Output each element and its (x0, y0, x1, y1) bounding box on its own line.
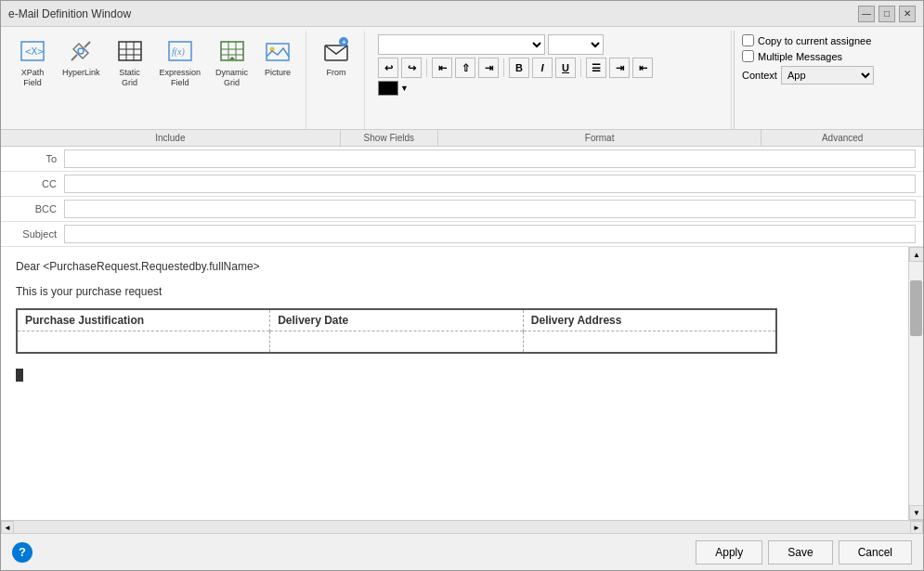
vertical-scrollbar[interactable]: ▲ ▼ (908, 247, 923, 520)
font-size-select[interactable] (548, 34, 604, 55)
subject-label: Subject (8, 228, 64, 240)
apply-button[interactable]: Apply (696, 540, 762, 565)
email-form: To CC BCC Subject Dear <PurchaseRequest.… (1, 147, 923, 533)
hyperlink-button[interactable]: HyperLink (57, 32, 106, 82)
bcc-input[interactable] (64, 200, 916, 218)
context-row: Context App User System (742, 66, 912, 84)
copy-to-assignee-label: Copy to current assignee (758, 35, 871, 46)
dynamic-grid-button[interactable]: DynamicGrid (210, 32, 254, 92)
grid-cell-3 (523, 331, 776, 354)
dynamic-grid-icon (217, 36, 247, 66)
scroll-track[interactable] (909, 262, 923, 520)
outdent-button[interactable]: ⇤ (632, 58, 653, 78)
grid-header-date: Delivery Date (270, 309, 524, 331)
bullets-button[interactable]: ☰ (586, 58, 606, 78)
xpath-field-icon: <X> (18, 36, 47, 66)
xpath-field-button[interactable]: <X> XPathField (12, 32, 53, 92)
subject-input[interactable] (64, 225, 916, 243)
cc-row: CC (1, 172, 923, 197)
align-left-button[interactable]: ⇤ (432, 58, 452, 78)
cancel-button[interactable]: Cancel (839, 540, 912, 565)
separator-2 (503, 58, 504, 77)
picture-icon (263, 36, 293, 66)
multiple-messages-checkbox[interactable] (742, 50, 754, 62)
color-box (378, 81, 398, 96)
include-items: <X> XPathField (12, 31, 298, 129)
scroll-right-button[interactable]: ► (910, 521, 923, 533)
format-row-3: ▼ (378, 81, 720, 96)
to-row: To (1, 147, 923, 172)
color-dropdown-arrow[interactable]: ▼ (400, 84, 409, 93)
ribbon-bottom: Include Show Fields Format Advanced (1, 129, 923, 146)
separator-3 (580, 58, 581, 77)
svg-text:+: + (342, 38, 346, 46)
advanced-section-label: Advanced (761, 130, 923, 146)
cc-label: CC (8, 178, 64, 189)
window-title: e-Mail Definition Window (8, 7, 131, 20)
expression-field-label: ExpressionField (160, 68, 202, 88)
cc-input[interactable] (64, 175, 916, 193)
format-row-2: ↩ ↪ ⇤ ⇧ ⇥ B I U ☰ ⇥ ⇤ (378, 58, 720, 78)
svg-text:<X>: <X> (25, 45, 44, 58)
scroll-down-button[interactable]: ▼ (909, 505, 923, 520)
svg-text:f(x): f(x) (172, 46, 186, 58)
expression-field-button[interactable]: f(x) ExpressionField (154, 32, 207, 92)
ribbon-toolbar: <X> XPathField (1, 27, 923, 129)
grid-header-address: Delivery Address (523, 309, 776, 331)
save-button[interactable]: Save (768, 540, 832, 565)
bold-button[interactable]: B (509, 58, 529, 78)
minimize-button[interactable]: — (858, 6, 875, 22)
italic-button[interactable]: I (532, 58, 553, 78)
multiple-messages-label: Multiple Messages (758, 51, 842, 62)
grid-header-justification: Purchase Justification (17, 309, 270, 331)
bcc-label: BCC (8, 203, 64, 214)
align-center-button[interactable]: ⇧ (455, 58, 475, 78)
to-label: To (8, 153, 64, 164)
underline-button[interactable]: U (555, 58, 576, 78)
svg-rect-3 (119, 42, 141, 60)
horizontal-scroll-track[interactable] (14, 521, 910, 533)
from-button[interactable]: + From (316, 32, 357, 82)
text-cursor (16, 369, 23, 382)
redo-button[interactable]: ↪ (401, 58, 422, 78)
hyperlink-icon (66, 36, 96, 66)
include-group: <X> XPathField (5, 31, 306, 129)
ribbon: <X> XPathField (1, 27, 923, 147)
show-fields-section-label: Show Fields (341, 130, 438, 146)
bottom-bar: ? Apply Save Cancel (1, 533, 923, 570)
scroll-left-button[interactable]: ◄ (1, 521, 14, 533)
scroll-up-button[interactable]: ▲ (909, 247, 923, 262)
svg-point-2 (78, 48, 84, 54)
picture-label: Picture (265, 68, 291, 78)
indent-button[interactable]: ⇥ (609, 58, 630, 78)
request-text: This is your purchase request (16, 283, 901, 301)
grid-header-row: Purchase Justification Delivery Date Del… (17, 309, 776, 331)
context-select[interactable]: App User System (781, 66, 874, 84)
format-section-label: Format (438, 130, 761, 146)
from-icon: + (321, 36, 351, 66)
bottom-actions: Apply Save Cancel (696, 540, 912, 565)
help-button[interactable]: ? (12, 542, 33, 563)
to-input[interactable] (64, 149, 916, 168)
subject-row: Subject (1, 222, 923, 247)
undo-button[interactable]: ↩ (378, 58, 398, 78)
maximize-button[interactable]: □ (878, 6, 895, 22)
static-grid-label: StaticGrid (119, 68, 140, 88)
static-grid-button[interactable]: StaticGrid (110, 32, 150, 92)
separator-1 (426, 58, 427, 77)
align-right-button[interactable]: ⇥ (478, 58, 499, 78)
context-label: Context (742, 70, 777, 81)
show-fields-group: + From (308, 31, 365, 129)
svg-marker-15 (229, 57, 235, 59)
copy-to-assignee-checkbox[interactable] (742, 34, 754, 46)
email-body[interactable]: Dear <PurchaseRequest.Requestedby.fullNa… (1, 247, 923, 520)
include-section-label: Include (1, 130, 341, 146)
scroll-thumb[interactable] (910, 280, 922, 336)
color-picker[interactable]: ▼ (378, 81, 409, 96)
multiple-messages-row: Multiple Messages (742, 50, 912, 62)
from-label: From (327, 68, 346, 78)
picture-button[interactable]: Picture (257, 32, 298, 82)
font-select[interactable] (378, 34, 545, 55)
grid-data-row (17, 331, 776, 354)
close-button[interactable]: ✕ (899, 6, 916, 22)
